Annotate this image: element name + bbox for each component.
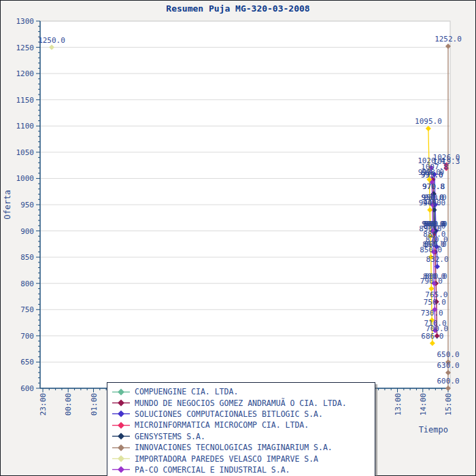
y-tick-label: 650 — [20, 358, 34, 367]
series-marker-icon — [112, 466, 130, 473]
x-tick-label: 00:00 — [64, 393, 73, 415]
point-value-label: 890.0 — [419, 224, 441, 233]
y-tick-label: 1100 — [16, 122, 35, 131]
x-tick-label: 14:00 — [419, 393, 428, 415]
series-marker-icon — [112, 422, 130, 429]
point-value-label: 1252.0 — [435, 35, 462, 44]
legend: COMPUENGINE CIA. LTDA.MUNDO DE NEGOCIOS … — [107, 382, 375, 476]
point-value-label: 686.0 — [421, 332, 443, 341]
point-value-label: 710.0 — [424, 319, 446, 328]
series-marker-icon — [112, 399, 130, 407]
series-marker-icon — [112, 388, 130, 396]
series-marker-icon — [112, 455, 130, 462]
legend-label: IMPORTADORA PAREDES VELASCO IMPARVE S.A — [135, 454, 318, 464]
legend-label: SOLUCIONES COMPUTACIONALES BITLOGIC S.A. — [135, 409, 323, 419]
legend-item: GENSYSTEMS S.A. — [112, 431, 375, 442]
legend-item: IMPORTADORA PAREDES VELASCO IMPARVE S.A — [112, 453, 375, 464]
y-axis-title: Oferta — [3, 190, 12, 219]
legend-label: MICROINFORMATICA MICROCOMP CIA. LTDA. — [135, 420, 309, 430]
y-tick-label: 700 — [20, 332, 34, 341]
point-value-label: 970.8 — [422, 182, 445, 191]
y-tick-label: 600 — [20, 384, 34, 393]
point-value-label: 750.0 — [424, 298, 446, 307]
y-tick-label: 1150 — [16, 96, 35, 105]
y-tick-label: 1000 — [16, 174, 35, 183]
x-axis-title: Tiempo — [419, 425, 448, 435]
chart-window: Resumen Puja MG-320-03-2008 600650700750… — [0, 0, 476, 476]
point-value-label: 850.0 — [420, 245, 442, 254]
legend-item: MUNDO DE NEGOCIOS GOMEZ ANDRAMUÃ O CIA. … — [112, 397, 375, 408]
legend-label: GENSYSTEMS S.A. — [135, 432, 205, 441]
y-tick-label: 850 — [20, 253, 34, 262]
x-tick-label: 15:00 — [444, 393, 453, 415]
point-value-label: 1250.0 — [38, 36, 65, 45]
legend-item: PA-CO COMERCIAL E INDUSTRIAL S.A. — [112, 464, 375, 475]
legend-label: PA-CO COMERCIAL E INDUSTRIAL S.A. — [135, 465, 290, 475]
series-marker-icon — [112, 444, 130, 452]
legend-label: MUNDO DE NEGOCIOS GOMEZ ANDRAMUÃ O CIA. … — [135, 398, 347, 408]
legend-item: SOLUCIONES COMPUTACIONALES BITLOGIC S.A. — [112, 409, 375, 420]
point-value-label: 730.0 — [421, 309, 443, 318]
legend-label: COMPUENGINE CIA. LTDA. — [135, 387, 238, 396]
point-value-label: 1095.0 — [415, 117, 442, 126]
x-tick-label: 01:00 — [90, 393, 99, 415]
point-value-label: 630.0 — [437, 361, 459, 370]
point-value-label: 790.0 — [420, 277, 443, 286]
legend-label: INNOVACIONES TECNOLOGICAS IMAGINARIUM S.… — [135, 443, 333, 452]
point-value-label: 940.0 — [419, 199, 441, 207]
series-marker-icon — [112, 432, 130, 440]
legend-item: MICROINFORMATICA MICROCOMP CIA. LTDA. — [112, 420, 375, 430]
point-value-label: 998.0 — [418, 168, 441, 177]
legend-item: COMPUENGINE CIA. LTDA. — [112, 386, 375, 397]
y-tick-label: 1300 — [16, 17, 35, 26]
y-tick-label: 1200 — [16, 69, 35, 78]
y-tick-label: 1250 — [16, 44, 35, 52]
x-tick-label: 23:00 — [39, 393, 48, 415]
y-tick-label: 750 — [20, 305, 34, 314]
x-tick-label: 13:00 — [394, 393, 403, 415]
series-marker-icon — [112, 410, 130, 418]
y-tick-label: 950 — [20, 201, 34, 209]
point-value-label: 1020.4 — [418, 156, 445, 165]
y-tick-label: 900 — [20, 227, 34, 236]
legend-item: INNOVACIONES TECNOLOGICAS IMAGINARIUM S.… — [112, 442, 375, 453]
point-value-label: 650.0 — [437, 350, 459, 359]
point-value-label: 832.0 — [426, 255, 448, 264]
y-tick-label: 1050 — [16, 148, 35, 157]
y-tick-label: 800 — [20, 279, 34, 288]
point-value-label: 600.0 — [437, 377, 459, 386]
